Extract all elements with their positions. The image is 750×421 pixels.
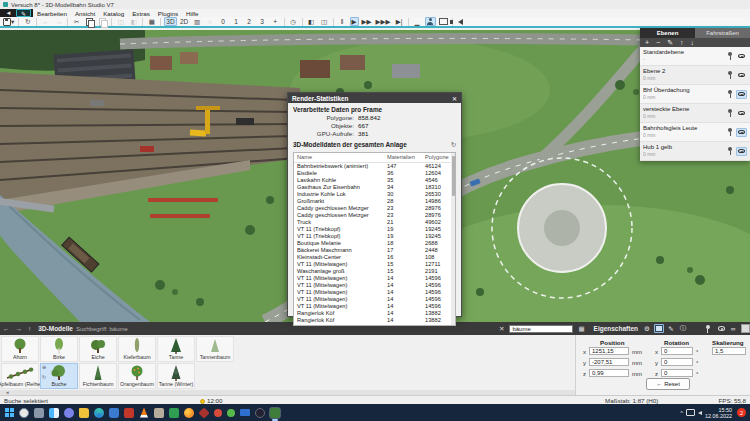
color-swatch[interactable] <box>741 324 750 333</box>
ungroup-button[interactable]: ◧ <box>128 17 139 26</box>
firefox-icon[interactable] <box>184 408 194 418</box>
edge-browser-icon[interactable] <box>94 408 104 418</box>
eye-icon[interactable] <box>736 109 747 118</box>
paint-tool-icon[interactable]: ✎ <box>666 324 676 333</box>
scale-input[interactable] <box>712 347 746 355</box>
save-button[interactable]: ▾ <box>2 17 15 26</box>
file-explorer-icon[interactable] <box>79 408 89 418</box>
eye-icon[interactable] <box>736 90 747 99</box>
volume-icon[interactable] <box>698 411 702 415</box>
vlc-icon[interactable] <box>139 408 149 418</box>
layer-item[interactable]: Bhf Überdachung0 mm <box>640 85 750 104</box>
studio-app-icon[interactable] <box>270 408 280 418</box>
tray-chevron-icon[interactable]: ^ <box>680 410 683 416</box>
paste-button[interactable] <box>97 17 108 26</box>
undo-button[interactable]: ← <box>40 17 51 26</box>
eye-icon[interactable] <box>716 324 726 333</box>
menu-ansicht[interactable]: Ansicht <box>71 9 99 17</box>
position-x-input[interactable] <box>589 347 629 355</box>
cut-button[interactable]: ✂ <box>71 17 82 26</box>
menu-extras[interactable]: Extras <box>128 9 154 17</box>
menu-katalog[interactable]: Katalog <box>99 9 128 17</box>
taskbar-clock[interactable]: 15:50 12.06.2022 <box>705 407 732 419</box>
fast-forward-button[interactable]: ▶▶ <box>361 17 373 26</box>
chat-icon[interactable] <box>64 408 74 418</box>
light-button[interactable]: ○ <box>205 17 216 26</box>
dialog-title-bar[interactable]: Render-Statistiken ✕ <box>288 93 461 103</box>
grid-button[interactable]: ▥ <box>192 17 203 26</box>
notification-badge[interactable]: 2 <box>737 408 746 417</box>
list-view-button[interactable]: ▦ <box>146 17 157 26</box>
start-button[interactable] <box>4 408 14 418</box>
reset-button[interactable]: ← Reset <box>646 378 690 390</box>
model-item[interactable]: Tanne <box>157 336 195 362</box>
grid-view-icon[interactable]: ▦ <box>575 325 587 333</box>
task-view-icon[interactable] <box>34 408 44 418</box>
camera-2-button[interactable]: 2 <box>244 17 255 26</box>
table-scrollbar[interactable] <box>451 153 455 325</box>
model-item[interactable]: Orangenbaum <box>118 363 156 389</box>
layer-item[interactable]: versteckte Ebene0 mm <box>640 104 750 123</box>
diamond-app-icon[interactable] <box>198 407 209 418</box>
layer-item[interactable]: Hub 1 gelb0 mm <box>640 142 750 161</box>
tool-app-icon[interactable] <box>154 408 164 418</box>
pin-icon[interactable] <box>704 324 714 333</box>
camera-1-button[interactable]: 1 <box>231 17 242 26</box>
nav-back-icon[interactable]: ← <box>0 325 13 332</box>
pin-icon[interactable] <box>727 90 733 98</box>
red-dot-app-icon[interactable] <box>214 409 222 417</box>
minimize-panel-button[interactable]: ▁ <box>412 17 423 26</box>
eye-icon[interactable] <box>736 71 747 80</box>
remove-layer-icon[interactable]: − <box>656 39 660 46</box>
model-item[interactable]: Eiche <box>79 336 117 362</box>
spreadsheet-app-icon[interactable] <box>169 408 179 418</box>
select-tool-icon[interactable] <box>654 324 664 333</box>
pin-icon[interactable] <box>727 109 733 117</box>
link-icon[interactable]: ∞ <box>728 324 738 333</box>
menu-bearbeiten[interactable]: Bearbeiten <box>33 9 71 17</box>
edit-layer-icon[interactable]: ✎ <box>667 39 673 47</box>
zoom-model-icon[interactable]: ⊕ <box>42 365 46 370</box>
mail-app-icon[interactable] <box>240 409 250 416</box>
tab-ebenen[interactable]: Ebenen <box>640 28 695 38</box>
rotate-model-icon[interactable]: ↻ <box>42 375 46 380</box>
copy-button[interactable] <box>84 17 95 26</box>
model-item-selected[interactable]: ⊕ ↻ Buche <box>40 363 78 389</box>
close-icon[interactable]: ✕ <box>452 95 457 102</box>
model-item[interactable]: Tannenbaum <box>196 336 234 362</box>
pause-button[interactable]: ‖ <box>337 17 348 26</box>
media-app-icon[interactable] <box>255 408 265 418</box>
sound-button[interactable] <box>456 17 467 26</box>
step-end-button[interactable]: ▶| <box>394 17 405 26</box>
position-z-input[interactable] <box>589 369 629 377</box>
nav-up-icon[interactable]: ↑ <box>25 325 34 332</box>
red-app-icon[interactable] <box>124 408 134 418</box>
layout-right-button[interactable]: ◫ <box>319 17 330 26</box>
eye-icon[interactable] <box>736 52 747 61</box>
pin-icon[interactable] <box>727 71 733 79</box>
reload-button[interactable]: ↻ <box>22 17 33 26</box>
camera-0-button[interactable]: 0 <box>218 17 229 26</box>
rotation-x-input[interactable] <box>661 347 693 355</box>
clock-button[interactable]: ◷ <box>288 17 299 26</box>
menu-plugins[interactable]: Plugins <box>154 9 182 17</box>
model-item[interactable]: Birke <box>40 336 78 362</box>
add-layer-icon[interactable]: + <box>645 39 649 46</box>
position-y-input[interactable] <box>589 358 629 366</box>
info-icon[interactable]: ⓘ <box>678 324 688 333</box>
rotation-z-input[interactable] <box>661 369 693 377</box>
store-icon[interactable] <box>109 408 119 418</box>
layer-item[interactable]: Ebene 20 mm <box>640 66 750 85</box>
model-item[interactable]: Tanne (Winter) <box>157 363 195 389</box>
rotation-y-input[interactable] <box>661 358 693 366</box>
scrollbar-thumb[interactable] <box>452 156 455 196</box>
model-item[interactable]: Fichtenbaum <box>79 363 117 389</box>
move-up-icon[interactable]: ↑ <box>680 39 684 46</box>
pin-icon[interactable] <box>727 52 733 60</box>
clear-search-icon[interactable]: ✕ <box>496 325 507 333</box>
eye-icon[interactable] <box>736 147 747 156</box>
view-3d-button[interactable]: 3D <box>164 17 176 26</box>
refresh-icon[interactable]: ↻ <box>451 141 456 149</box>
green-app-icon[interactable] <box>227 409 235 417</box>
widgets-icon[interactable] <box>49 408 59 418</box>
